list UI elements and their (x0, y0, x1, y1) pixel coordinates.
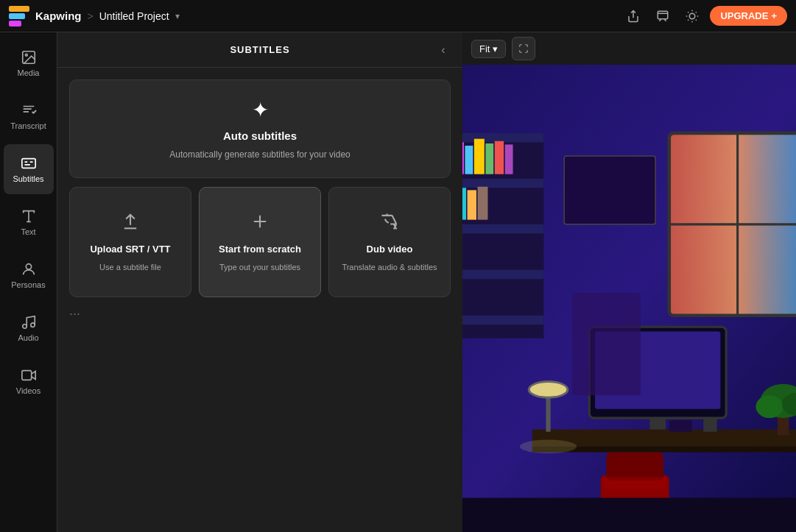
comments-icon[interactable] (651, 4, 675, 28)
start-scratch-title: Start from scratch (219, 244, 301, 255)
videos-icon (21, 367, 37, 383)
svg-point-45 (520, 440, 577, 454)
svg-rect-17 (462, 224, 543, 233)
sidebar-label-text: Text (21, 227, 35, 236)
subtitles-icon (21, 155, 37, 171)
svg-point-7 (30, 323, 35, 327)
svg-point-6 (22, 324, 27, 329)
upgrade-button[interactable]: UPGRADE + (710, 6, 787, 26)
kapwing-logo (9, 6, 29, 26)
sidebar-item-personas[interactable]: Personas (4, 250, 54, 300)
svg-rect-41 (604, 478, 666, 489)
more-options-icon[interactable]: ··· (69, 306, 80, 322)
svg-rect-21 (465, 146, 473, 174)
fullscreen-icon[interactable] (512, 37, 535, 60)
video-scene-svg (462, 65, 796, 532)
upload-srt-desc: Use a subtitle file (99, 262, 161, 273)
panel-header: SUBTITLES ‹ (57, 32, 462, 68)
svg-rect-53 (564, 156, 655, 224)
transcript-icon (21, 102, 37, 118)
share-icon[interactable] (621, 4, 645, 28)
sidebar-label-transcript: Transcript (10, 121, 46, 130)
panel-title: SUBTITLES (230, 44, 289, 55)
svg-rect-52 (462, 498, 796, 532)
project-title[interactable]: Untitled Project (99, 10, 169, 22)
project-dropdown-icon[interactable]: ▾ (175, 11, 180, 21)
auto-subtitles-card[interactable]: ✦ Auto subtitles Automatically generate … (69, 79, 451, 178)
sidebar-label-audio: Audio (18, 333, 38, 342)
svg-rect-23 (485, 143, 493, 174)
sidebar-item-media[interactable]: Media (4, 38, 54, 88)
panel-content: ✦ Auto subtitles Automatically generate … (57, 68, 462, 532)
brand-name[interactable]: Kapwing (35, 10, 82, 22)
svg-rect-42 (546, 395, 550, 432)
start-from-scratch-card[interactable]: Start from scratch Type out your subtitl… (199, 187, 321, 297)
brightness-icon[interactable] (680, 4, 704, 28)
sidebar-label-media: Media (18, 68, 40, 77)
svg-rect-16 (462, 179, 543, 188)
start-scratch-desc: Type out your subtitles (219, 262, 300, 273)
main-layout: Media Transcript Subtitles Text (0, 32, 796, 532)
sidebar-item-audio[interactable]: Audio (4, 303, 54, 353)
sidebar-label-personas: Personas (11, 280, 45, 289)
auto-subtitles-desc: Automatically generate subtitles for you… (169, 149, 350, 160)
svg-rect-55 (572, 293, 641, 395)
sidebar-item-subtitles[interactable]: Subtitles (4, 144, 54, 194)
personas-icon (21, 261, 37, 277)
sidebar-item-transcript[interactable]: Transcript (4, 91, 54, 141)
dub-video-card[interactable]: Dub video Translate audio & subtitles (328, 187, 451, 297)
svg-rect-20 (462, 142, 464, 174)
dub-video-title: Dub video (367, 244, 413, 255)
sidebar-label-subtitles: Subtitles (13, 174, 43, 183)
breadcrumb-sep: > (88, 10, 94, 22)
svg-rect-28 (478, 187, 488, 220)
panel-collapse-button[interactable]: ‹ (433, 40, 454, 60)
svg-point-5 (26, 264, 31, 269)
svg-rect-22 (474, 139, 485, 174)
svg-rect-18 (462, 270, 543, 279)
audio-icon (21, 314, 37, 330)
svg-rect-19 (462, 316, 543, 324)
upload-icon (120, 211, 141, 236)
topbar: Kapwing > Untitled Project ▾ UPGRADE + (0, 0, 796, 32)
preview-area: Fit ▾ (462, 32, 796, 532)
svg-rect-47 (703, 418, 717, 432)
upload-srt-card[interactable]: Upload SRT / VTT Use a subtitle file (69, 187, 191, 297)
preview-toolbar: Fit ▾ (462, 32, 796, 65)
preview-canvas (462, 65, 796, 532)
fit-dropdown[interactable]: Fit ▾ (471, 40, 506, 58)
sidebar: Media Transcript Subtitles Text (0, 32, 57, 532)
svg-rect-24 (495, 141, 504, 174)
media-icon (21, 49, 37, 65)
svg-rect-8 (21, 371, 31, 380)
sidebar-label-videos: Videos (16, 386, 40, 395)
sparkle-icon: ✦ (252, 98, 269, 122)
option-cards-row: Upload SRT / VTT Use a subtitle file Sta… (69, 187, 451, 297)
svg-rect-0 (658, 11, 669, 19)
text-icon (21, 208, 37, 224)
plus-icon (250, 211, 270, 236)
subtitles-panel: SUBTITLES ‹ ✦ Auto subtitles Automatical… (57, 32, 462, 532)
sidebar-item-text[interactable]: Text (4, 197, 54, 247)
dub-video-desc: Translate audio & subtitles (342, 262, 437, 273)
svg-point-3 (25, 54, 27, 56)
svg-rect-46 (669, 420, 692, 431)
svg-rect-25 (505, 144, 513, 174)
svg-rect-38 (607, 453, 663, 481)
svg-point-44 (530, 383, 567, 397)
translate-icon (379, 211, 400, 236)
svg-point-50 (756, 395, 783, 418)
svg-rect-27 (468, 190, 476, 219)
upload-srt-title: Upload SRT / VTT (90, 244, 170, 255)
sidebar-item-videos[interactable]: Videos (4, 356, 54, 406)
video-frame (462, 65, 796, 532)
svg-point-1 (690, 13, 696, 19)
svg-rect-26 (462, 188, 466, 219)
svg-rect-4 (21, 159, 35, 169)
auto-subtitles-title: Auto subtitles (223, 130, 297, 142)
